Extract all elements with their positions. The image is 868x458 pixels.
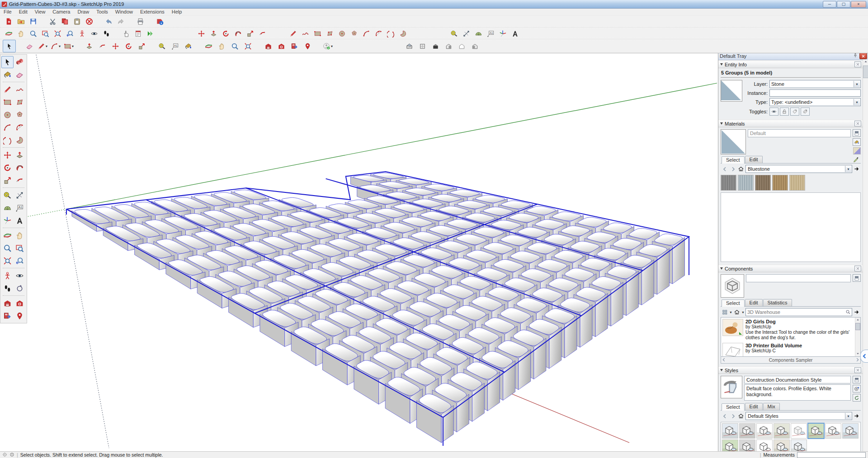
style-thumb[interactable] xyxy=(722,439,738,452)
run-button[interactable] xyxy=(144,28,156,39)
three-point-arc-button[interactable] xyxy=(385,28,397,39)
push-pull-tool[interactable] xyxy=(14,149,26,161)
send-to-layout-button[interactable] xyxy=(288,40,301,52)
components-close-button[interactable] xyxy=(854,266,861,271)
scale-button[interactable] xyxy=(244,28,256,39)
polygon-tool[interactable] xyxy=(14,109,26,121)
toggle-cast-shadows-button[interactable] xyxy=(801,107,810,116)
line-button[interactable] xyxy=(287,28,299,39)
axes-button[interactable] xyxy=(497,28,509,39)
sample-paint-button[interactable] xyxy=(853,156,860,163)
rotate-button[interactable] xyxy=(220,28,232,39)
cut-button[interactable] xyxy=(47,16,59,27)
toggle-receive-shadows-button[interactable] xyxy=(790,107,799,116)
position-camera-tool[interactable] xyxy=(1,270,14,282)
menu-edit[interactable]: Edit xyxy=(15,9,31,14)
offset-button[interactable] xyxy=(96,40,109,52)
paint-bucket-tool[interactable] xyxy=(1,69,14,81)
arc-button[interactable]: ▼ xyxy=(49,40,62,52)
style-thumb[interactable] xyxy=(774,423,790,439)
zoom-tool[interactable] xyxy=(1,242,14,254)
style-thumb[interactable] xyxy=(791,439,807,452)
display-secondary-pane-button[interactable] xyxy=(853,129,861,137)
menu-window[interactable]: Window xyxy=(112,9,137,14)
geolocation-icon[interactable] xyxy=(2,452,7,458)
scale-tool[interactable] xyxy=(1,174,14,187)
menu-draw[interactable]: Draw xyxy=(74,9,93,14)
entity-info-close-button[interactable] xyxy=(854,61,861,67)
look-around-button[interactable] xyxy=(88,28,100,39)
type-select[interactable]: Type: <undefined> ▼ xyxy=(769,98,861,106)
components-header[interactable]: Components xyxy=(718,265,863,272)
eraser-button[interactable] xyxy=(23,40,36,52)
instance-input[interactable] xyxy=(769,89,861,97)
toggle-visible-button[interactable] xyxy=(769,107,778,116)
arc-button[interactable] xyxy=(360,28,373,39)
pan-button[interactable] xyxy=(15,28,27,39)
previous-collection-button[interactable] xyxy=(721,357,727,363)
offset-button[interactable] xyxy=(256,28,269,39)
tray-header[interactable]: Default Tray xyxy=(718,52,868,60)
text-button[interactable]: A1 xyxy=(169,40,182,52)
back-button[interactable] xyxy=(721,165,728,173)
select-tool[interactable] xyxy=(1,56,14,68)
copy-button[interactable] xyxy=(59,16,71,27)
zoom-extents-button[interactable] xyxy=(52,28,64,39)
tab-select[interactable]: Select xyxy=(722,156,745,164)
line-tool[interactable] xyxy=(1,84,14,96)
text-button[interactable]: A1 xyxy=(485,28,497,39)
position-camera-button[interactable] xyxy=(76,28,88,39)
menu-view[interactable]: View xyxy=(31,9,49,14)
tab-edit[interactable]: Edit xyxy=(745,156,763,163)
swatch-gray[interactable] xyxy=(721,175,736,191)
erase-button[interactable] xyxy=(83,16,95,27)
pie-button[interactable] xyxy=(397,28,409,39)
materials-collection-select[interactable]: Bluestone ▼ xyxy=(745,165,852,173)
swatch-bluestone[interactable] xyxy=(738,175,754,191)
eraser-tool[interactable] xyxy=(14,69,26,81)
extension-warehouse-button[interactable] xyxy=(275,40,288,52)
back-button[interactable] xyxy=(721,412,728,420)
two-point-arc-tool[interactable] xyxy=(14,122,26,134)
rectangle-button[interactable] xyxy=(311,28,324,39)
search-input[interactable] xyxy=(746,309,844,315)
add-location-button[interactable] xyxy=(301,40,314,52)
text-tool[interactable]: A1 xyxy=(14,202,26,214)
create-style-button[interactable] xyxy=(853,385,861,393)
styles-header[interactable]: Styles xyxy=(718,366,863,374)
notes-button[interactable] xyxy=(132,28,144,39)
send-to-layout-tool[interactable] xyxy=(1,310,14,322)
zoom-button[interactable] xyxy=(27,28,39,39)
pan-button[interactable] xyxy=(215,40,228,52)
menu-file[interactable]: File xyxy=(0,9,15,14)
scroll-up-icon[interactable] xyxy=(863,60,868,65)
view-back-button[interactable] xyxy=(455,40,468,52)
push-pull-button[interactable] xyxy=(83,40,96,52)
style-thumb[interactable] xyxy=(842,423,859,439)
tab-select[interactable]: Select xyxy=(722,299,745,307)
in-model-button[interactable] xyxy=(733,308,741,316)
search-icon[interactable] xyxy=(844,308,852,316)
3d-warehouse-tool[interactable] xyxy=(1,297,14,309)
tape-measure-tool[interactable] xyxy=(1,189,14,201)
model-viewport[interactable] xyxy=(0,52,718,452)
3d-warehouse-button[interactable] xyxy=(262,40,275,52)
view-iso-button[interactable] xyxy=(403,40,416,52)
forward-button[interactable] xyxy=(729,165,736,173)
walk-tool[interactable] xyxy=(1,282,14,294)
tray-scrollbar[interactable] xyxy=(863,60,868,452)
chevron-down-icon[interactable]: ▼ xyxy=(854,81,860,87)
style-thumb[interactable] xyxy=(739,423,755,439)
style-thumb[interactable] xyxy=(739,439,755,452)
add-location-tool[interactable] xyxy=(14,310,26,322)
dimension-button[interactable] xyxy=(460,28,472,39)
component-list-item[interactable]: 3D Printer Build Volumeby SketchUp C xyxy=(721,341,860,357)
paint-bucket-button[interactable] xyxy=(182,40,195,52)
make-component-tool[interactable] xyxy=(14,56,26,68)
menu-tools[interactable]: Tools xyxy=(93,9,112,14)
styles-collection-select[interactable]: Default Styles ▼ xyxy=(745,412,852,420)
zoom-extents-tool[interactable] xyxy=(1,255,14,267)
details-arrow-button[interactable] xyxy=(853,165,860,173)
dimension-tool[interactable] xyxy=(14,189,26,201)
print-button[interactable] xyxy=(134,16,146,27)
